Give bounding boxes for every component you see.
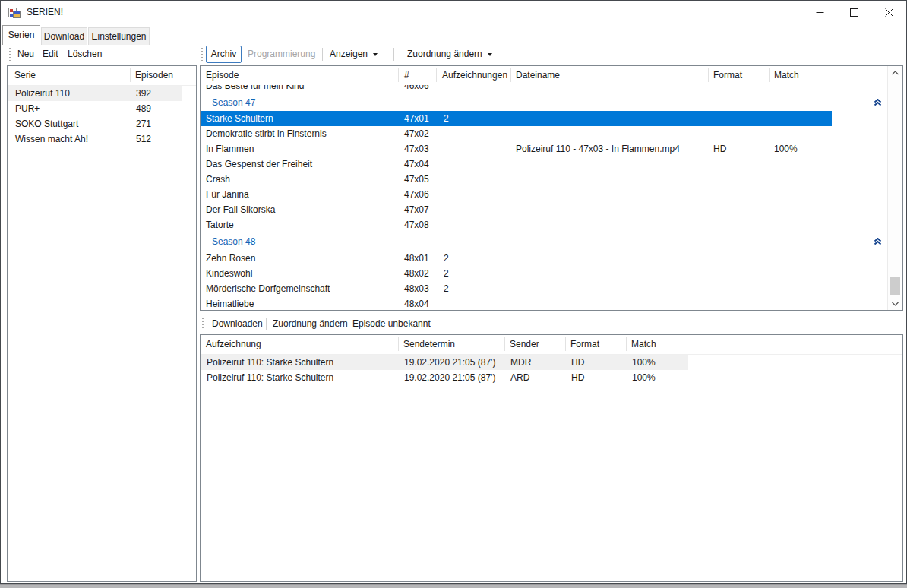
episode-row[interactable]: Zehn Rosen 48x01 2 (201, 251, 832, 266)
episode-row[interactable]: Der Fall Sikorska 47x07 (201, 202, 832, 217)
season-group-rule (262, 242, 867, 242)
column-separator[interactable] (830, 68, 830, 82)
tab-serien-label: Serien (8, 30, 35, 40)
column-separator[interactable] (565, 337, 566, 351)
column-header-aufzeichnungen[interactable]: Aufzeichnungen (442, 66, 507, 85)
neu-button[interactable]: Neu (17, 46, 34, 62)
series-episode-count: 512 (136, 131, 151, 147)
tab-serien[interactable]: Serien (2, 25, 40, 45)
series-episode-count: 489 (136, 101, 151, 116)
column-separator[interactable] (510, 68, 511, 82)
zuordnung-aendern-dropdown[interactable]: Zuordnung ändern (407, 46, 492, 62)
column-header-sendetermin[interactable]: Sendetermin (403, 335, 455, 354)
column-separator[interactable] (626, 337, 627, 351)
scrollbar-thumb[interactable] (890, 277, 900, 295)
chevron-down-icon (892, 302, 899, 306)
archiv-toggle-button[interactable]: Archiv (206, 46, 242, 63)
episode-title: Heimatliebe (206, 296, 254, 310)
column-separator[interactable] (687, 337, 687, 351)
app-icon (8, 7, 21, 19)
recording-title: Polizeiruf 110: Starke Schultern (207, 370, 333, 385)
episode-row[interactable]: Heimatliebe 48x04 (201, 296, 832, 310)
column-header-serie[interactable]: Serie (14, 66, 36, 85)
episode-row[interactable]: Mörderische Dorfgemeinschaft 48x03 2 (201, 281, 832, 296)
column-separator[interactable] (769, 68, 770, 82)
column-separator[interactable] (708, 68, 709, 82)
column-header-nr[interactable]: # (404, 66, 409, 85)
episode-row[interactable]: Kindeswohl 48x02 2 (201, 266, 832, 281)
column-header-dateiname[interactable]: Dateiname (516, 66, 560, 85)
episode-title: Kindeswohl (206, 266, 252, 281)
episode-row[interactable]: Crash 47x05 (201, 172, 832, 187)
column-separator[interactable] (504, 337, 505, 351)
series-row[interactable]: SOKO Stuttgart 271 (8, 116, 182, 131)
episode-title: Das Beste für mein Kind (206, 85, 304, 93)
tab-einstellungen-label: Einstellungen (91, 31, 146, 42)
episode-number: 47x06 (404, 187, 429, 202)
column-header-episoden[interactable]: Episoden (135, 66, 173, 85)
series-row-selected[interactable]: Polizeiruf 110 392 (8, 86, 182, 101)
vertical-scrollbar[interactable] (887, 66, 901, 310)
episode-unbekannt-button[interactable]: Episode unbekannt (352, 315, 431, 332)
column-separator[interactable] (398, 337, 399, 351)
scrollbar-up-button[interactable] (888, 66, 902, 79)
tab-download[interactable]: Download (41, 27, 87, 45)
minimize-icon (816, 8, 824, 17)
series-row[interactable]: Wissen macht Ah! 512 (8, 131, 182, 147)
episode-row[interactable]: Für Janina 47x06 (201, 187, 832, 202)
collapse-group-icon[interactable] (874, 238, 882, 245)
toolbar-grip[interactable] (202, 318, 204, 330)
toolbar-grip[interactable] (201, 48, 203, 61)
recording-row[interactable]: Polizeiruf 110: Starke Schultern 19.02.2… (201, 370, 688, 385)
season-group-header[interactable]: Season 47 (201, 96, 883, 109)
episode-row-selected[interactable]: Starke Schultern 47x01 2 (201, 111, 832, 126)
series-name: Polizeiruf 110 (15, 86, 70, 101)
episode-number: 47x03 (404, 141, 429, 156)
column-separator[interactable] (130, 68, 131, 82)
minimize-button[interactable] (803, 1, 837, 24)
column-header-episode[interactable]: Episode (206, 66, 239, 85)
zuordnung-aendern-button[interactable]: Zuordnung ändern (273, 315, 348, 332)
column-header-match[interactable]: Match (774, 66, 799, 85)
episode-number: 48x01 (404, 251, 429, 266)
collapse-group-icon[interactable] (874, 99, 882, 106)
column-separator[interactable] (398, 68, 399, 82)
recording-channel: ARD (510, 370, 529, 385)
column-header-aufzeichnung[interactable]: Aufzeichnung (206, 335, 261, 354)
column-header-match[interactable]: Match (631, 335, 656, 354)
column-header-format[interactable]: Format (570, 335, 599, 354)
episode-title: Für Janina (206, 187, 249, 202)
recording-row[interactable]: Polizeiruf 110: Starke Schultern 19.02.2… (201, 355, 688, 370)
programmierung-button[interactable]: Programmierung (248, 46, 315, 62)
anzeigen-dropdown[interactable]: Anzeigen (330, 46, 378, 62)
episode-row[interactable]: Tatorte 47x08 (201, 217, 832, 232)
toolbar-grip[interactable] (9, 48, 11, 61)
desktop-background-strip (0, 584, 907, 588)
column-separator[interactable] (436, 68, 437, 82)
series-name: SOKO Stuttgart (15, 116, 78, 131)
episode-row[interactable]: In Flammen 47x03 Polizeiruf 110 - 47x03 … (201, 141, 832, 156)
series-row[interactable]: PUR+ 489 (8, 101, 182, 116)
column-header-format[interactable]: Format (713, 66, 742, 85)
edit-button[interactable]: Edit (43, 46, 58, 62)
season-group-header[interactable]: Season 48 (201, 235, 883, 248)
episode-row[interactable]: Das Beste für mein Kind 46x06 (201, 85, 832, 93)
downloaden-button[interactable]: Downloaden (212, 315, 263, 332)
scrollbar-down-button[interactable] (888, 297, 902, 310)
zuordnung-aendern-label: Zuordnung ändern (407, 49, 482, 59)
title-bar: SERIEN! (1, 1, 906, 24)
episode-row[interactable]: Das Gespenst der Freiheit 47x04 (201, 156, 832, 172)
close-button[interactable] (872, 1, 906, 24)
column-header-sender[interactable]: Sender (510, 335, 539, 354)
episode-number: 47x04 (404, 156, 429, 172)
maximize-button[interactable] (837, 1, 871, 24)
recording-match: 100% (632, 355, 656, 370)
episode-number: 47x07 (404, 202, 429, 217)
tab-einstellungen[interactable]: Einstellungen (88, 27, 150, 45)
toolbar-separator (322, 48, 323, 61)
episode-filename: Polizeiruf 110 - 47x03 - In Flammen.mp4 (516, 141, 680, 156)
episode-title: In Flammen (206, 141, 254, 156)
loeschen-button[interactable]: Löschen (68, 46, 102, 62)
episode-title: Demokratie stirbt in Finsternis (206, 126, 327, 141)
episode-row[interactable]: Demokratie stirbt in Finsternis 47x02 (201, 126, 832, 141)
